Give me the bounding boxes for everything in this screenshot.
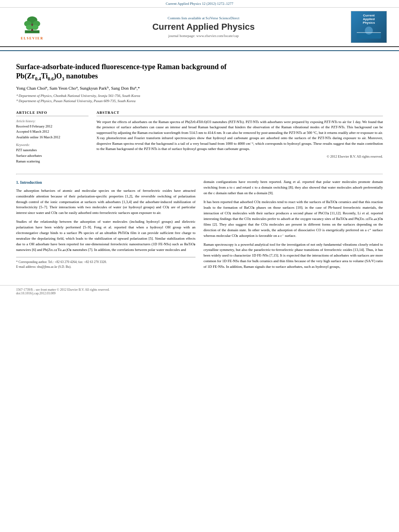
elsevier-logo: ELSEVIER xyxy=(8,16,56,40)
authors-line: Yong Chan Choiᵃ, Sam Yeon Choᵃ, Sungkyun… xyxy=(16,86,383,91)
cover-line2: Applied xyxy=(363,17,374,21)
body-para3: domain configurations have recently been… xyxy=(204,179,383,196)
title-last: nanotubes xyxy=(64,72,98,80)
title-end: )O xyxy=(54,72,62,80)
bottom-bar: 1567-1739/$ – see front matter © 2012 El… xyxy=(0,285,399,298)
header-right: Current Applied Physics xyxy=(351,11,391,43)
section-divider xyxy=(16,174,383,175)
title-line1: Surface-adsorbate-induced fluorescence-t… xyxy=(16,63,226,71)
intro-para2: Studies of the relationship between the … xyxy=(16,219,195,253)
history-label: Article history: xyxy=(16,119,88,123)
affil-a: ᵃ Department of Physics, Chonbuk Nationa… xyxy=(16,93,383,99)
intro-heading: 1. Introduction xyxy=(16,179,195,186)
title-mid: Ti xyxy=(41,72,48,80)
main-content: Surface-adsorbate-induced fluorescence-t… xyxy=(0,54,399,281)
accepted-date: Accepted 6 March 2012 xyxy=(16,129,88,135)
elsevier-tree-icon xyxy=(20,16,44,36)
keywords-label: Keywords: xyxy=(16,143,88,147)
affiliations-block: ᵃ Department of Physics, Chonbuk Nationa… xyxy=(16,93,383,104)
article-info-panel: ARTICLE INFO Article history: Received 8… xyxy=(16,111,88,168)
abstract-title: ABSTRACT xyxy=(97,111,383,116)
keyword-1: PZT nanotubes xyxy=(16,148,88,153)
keywords-section: Keywords: PZT nanotubes Surface adsorbat… xyxy=(16,143,88,164)
journal-cover-image: Current Applied Physics xyxy=(351,11,387,43)
article-info-title: ARTICLE INFO xyxy=(16,111,88,116)
body-col-left: 1. Introduction The adsorption behaviors… xyxy=(16,179,195,273)
title-sub2: 0.6 xyxy=(48,76,54,82)
body-para5: Raman spectroscopy is a powerful analyti… xyxy=(204,242,383,270)
footnote-corresponding: * Corresponding author. Tel.: +82 63 270… xyxy=(16,260,195,265)
top-bar: Current Applied Physics 12 (2012) 1272–1… xyxy=(0,0,399,8)
header-left: ELSEVIER xyxy=(8,14,56,40)
journal-header: ELSEVIER Contents lists available at Sci… xyxy=(0,8,399,47)
journal-homepage: journal homepage: www.elsevier.com/locat… xyxy=(56,34,351,38)
cover-line3: Physics xyxy=(363,21,375,25)
intro-para1: The adsorption behaviors of atomic and m… xyxy=(16,188,195,216)
article-title: Surface-adsorbate-induced fluorescence-t… xyxy=(16,62,383,82)
elsevier-wordmark: ELSEVIER xyxy=(21,37,43,40)
available-date: Available online 16 March 2012 xyxy=(16,135,88,140)
journal-title-main: Current Applied Physics xyxy=(56,22,351,32)
title-line2: Pb(Zr xyxy=(16,72,35,80)
header-center: Contents lists available at SciVerse Sci… xyxy=(56,16,351,38)
received-date: Received 8 February 2012 xyxy=(16,124,88,129)
journal-citation: Current Applied Physics 12 (2012) 1272–1… xyxy=(166,2,233,6)
body-para4: It has been reported that adsorbed CO₂ m… xyxy=(204,199,383,239)
affil-b: ᵇ Department of Physics, Pusan National … xyxy=(16,99,383,104)
cover-line1: Current xyxy=(363,14,375,17)
title-sub1: 0.4 xyxy=(35,76,41,82)
footnote-section: * Corresponding author. Tel.: +82 63 270… xyxy=(16,257,195,269)
header-divider xyxy=(0,50,399,51)
issn-line: 1567-1739/$ – see front matter © 2012 El… xyxy=(16,288,383,292)
footnote-email: E-mail address: sbu@jbnu.ac.kr (S.D. Bu)… xyxy=(16,265,195,269)
svg-point-8 xyxy=(365,27,373,35)
article-title-block: Surface-adsorbate-induced fluorescence-t… xyxy=(16,62,383,104)
article-history: Article history: Received 8 February 201… xyxy=(16,119,88,140)
article-info-abstract: ARTICLE INFO Article history: Received 8… xyxy=(16,111,383,168)
sciverse-link[interactable]: Contents lists available at SciVerse Sci… xyxy=(56,16,351,20)
keyword-2: Surface adsorbates xyxy=(16,153,88,159)
body-columns: 1. Introduction The adsorption behaviors… xyxy=(16,179,383,273)
doi-line: doi:10.1016/j.cap.2012.03.009 xyxy=(16,292,383,295)
svg-point-5 xyxy=(26,25,33,30)
cover-graphic xyxy=(355,25,383,41)
abstract-text: We report the effects of adsorbates on t… xyxy=(97,119,383,152)
abstract-panel: ABSTRACT We report the effects of adsorb… xyxy=(97,111,383,168)
copyright-line: © 2012 Elsevier B.V. All rights reserved… xyxy=(97,154,383,158)
keyword-3: Raman scattering xyxy=(16,159,88,164)
contents-available-text: Contents lists available at SciVerse Sci… xyxy=(168,16,240,20)
svg-point-6 xyxy=(32,25,38,30)
body-col-right: domain configurations have recently been… xyxy=(204,179,383,273)
